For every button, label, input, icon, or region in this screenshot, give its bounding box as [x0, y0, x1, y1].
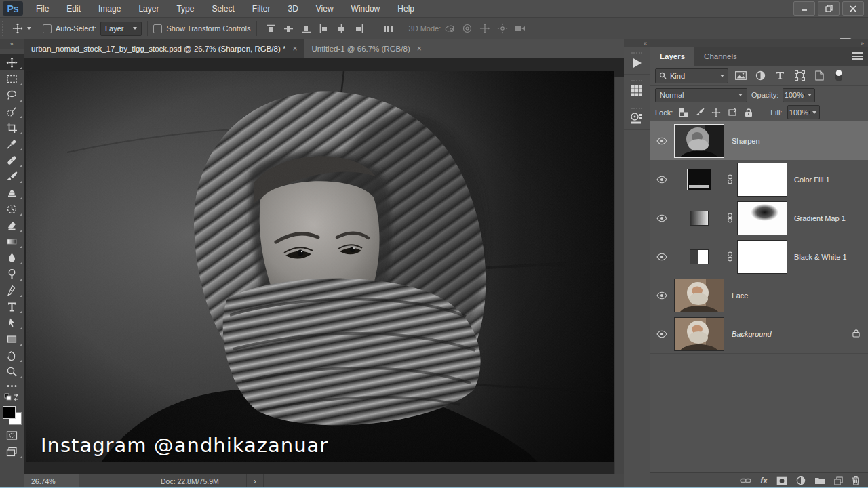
align-top-edges-button[interactable] [262, 20, 280, 37]
gradient-tool[interactable] [0, 233, 24, 249]
zoom-tool[interactable] [0, 363, 24, 380]
rectangular-marquee-tool[interactable] [0, 70, 24, 87]
show-transform-controls-checkbox[interactable] [153, 24, 162, 33]
actions-panel-button[interactable] [624, 47, 650, 75]
zoom-level-field[interactable]: 26.74% [24, 474, 79, 488]
layer-thumbnail[interactable] [690, 211, 709, 226]
layer-thumbnail[interactable] [690, 249, 709, 264]
visibility-toggle[interactable] [650, 199, 673, 237]
filter-pixel-layers-button[interactable] [733, 69, 748, 83]
layer-mask-thumbnail[interactable] [737, 201, 787, 235]
layer-mask-thumbnail[interactable] [737, 163, 787, 197]
layer-style-button[interactable]: fx [760, 476, 768, 485]
layer-row-black-white[interactable]: Black & White 1 [650, 237, 868, 277]
foreground-background-swatch[interactable] [2, 405, 22, 426]
vertical-scrollbar[interactable] [614, 77, 624, 488]
minimize-button[interactable] [793, 1, 815, 16]
layer-thumbnail[interactable] [674, 279, 724, 312]
filter-adjustment-layers-button[interactable] [753, 69, 768, 83]
swap-colors-icon[interactable] [0, 392, 24, 403]
history-brush-tool[interactable] [0, 201, 24, 217]
foreground-color-swatch[interactable] [3, 406, 16, 419]
menu-layer[interactable]: Layer [130, 0, 167, 17]
tab-layers[interactable]: Layers [650, 47, 694, 66]
quick-selection-tool[interactable] [0, 103, 24, 119]
hand-tool[interactable] [0, 347, 24, 363]
menu-file[interactable]: File [27, 0, 58, 17]
layer-thumbnail[interactable] [674, 124, 724, 158]
visibility-toggle[interactable] [650, 160, 673, 199]
pen-tool[interactable] [0, 282, 24, 298]
distribute-horizontal-centers-button[interactable] [380, 20, 397, 37]
swatches-panel-button[interactable] [624, 75, 650, 102]
filter-smart-objects-button[interactable] [812, 69, 827, 83]
visibility-toggle[interactable] [650, 276, 673, 314]
lock-pixels-button[interactable] [694, 107, 705, 118]
menu-select[interactable]: Select [203, 0, 243, 17]
align-vertical-centers-button[interactable] [280, 20, 298, 37]
restore-button[interactable] [818, 1, 840, 16]
auto-select-checkbox[interactable] [43, 24, 52, 33]
blur-tool[interactable] [0, 249, 24, 266]
spot-healing-brush-tool[interactable] [0, 152, 24, 168]
brush-tool[interactable] [0, 168, 24, 184]
layer-row-sharpen[interactable]: Sharpen [650, 121, 868, 161]
quick-mask-button[interactable] [0, 427, 24, 443]
status-options-chevron[interactable]: › [246, 474, 264, 488]
lock-transparency-button[interactable] [678, 107, 689, 118]
align-horizontal-centers-button[interactable] [333, 20, 351, 37]
menu-view[interactable]: View [307, 0, 342, 17]
menu-help[interactable]: Help [389, 0, 423, 17]
type-tool[interactable] [0, 298, 24, 314]
eyedropper-tool[interactable] [0, 136, 24, 152]
close-icon[interactable]: × [417, 45, 422, 53]
fill-field[interactable]: 100% [787, 105, 820, 119]
dodge-tool[interactable] [0, 266, 24, 282]
lock-position-button[interactable] [711, 107, 722, 118]
align-bottom-edges-button[interactable] [298, 20, 315, 37]
blend-mode-dropdown[interactable]: Normal [655, 88, 747, 102]
tool-preset-picker[interactable] [12, 23, 31, 34]
layer-row-color-fill[interactable]: Color Fill 1 [650, 160, 868, 199]
delete-layer-button[interactable] [852, 476, 860, 485]
document-tab-2[interactable]: Untitled-1 @ 66.7% (RGB/8) × [304, 39, 429, 58]
lock-artboard-button[interactable] [727, 107, 738, 118]
screen-mode-button[interactable] [0, 443, 24, 460]
visibility-toggle[interactable] [650, 314, 673, 353]
clone-stamp-tool[interactable] [0, 184, 24, 201]
link-layers-button[interactable] [740, 477, 751, 484]
edit-toolbar-button[interactable] [0, 380, 24, 392]
menu-3d[interactable]: 3D [279, 0, 307, 17]
layer-thumbnail[interactable] [687, 169, 711, 190]
layer-row-face[interactable]: Face [650, 276, 868, 315]
3d-drag-button[interactable] [476, 20, 494, 37]
opacity-field[interactable]: 100% [783, 88, 815, 102]
path-selection-tool[interactable] [0, 314, 24, 331]
3d-rotate-button[interactable] [441, 20, 458, 37]
align-right-edges-button[interactable] [351, 20, 368, 37]
tab-channels[interactable]: Channels [694, 47, 747, 66]
timeline-panel-button[interactable] [624, 102, 650, 130]
crop-tool[interactable] [0, 119, 24, 136]
menu-image[interactable]: Image [90, 0, 130, 17]
menu-type[interactable]: Type [167, 0, 203, 17]
filter-shape-layers-button[interactable] [792, 69, 807, 83]
layer-filtering-toggle[interactable] [831, 69, 846, 83]
layer-row-background[interactable]: Background [650, 314, 868, 354]
layer-row-gradient-map[interactable]: Gradient Map 1 [650, 199, 868, 238]
add-layer-mask-button[interactable] [776, 476, 787, 485]
filter-type-layers-button[interactable] [772, 69, 787, 83]
visibility-toggle[interactable] [650, 121, 673, 160]
menu-edit[interactable]: Edit [58, 0, 90, 17]
collapse-panels-button[interactable]: » [650, 39, 868, 47]
document-tab-1[interactable]: urban_nomad_stock_17_by_tigg_stock.psd @… [24, 39, 304, 58]
close-icon[interactable]: × [292, 45, 297, 53]
new-group-button[interactable] [814, 476, 825, 485]
eraser-tool[interactable] [0, 217, 24, 233]
menu-window[interactable]: Window [342, 0, 389, 17]
expand-panels-button[interactable]: « [624, 39, 650, 47]
rectangle-tool[interactable] [0, 331, 24, 347]
auto-select-target-dropdown[interactable]: Layer [100, 22, 142, 36]
visibility-toggle[interactable] [650, 237, 673, 276]
new-adjustment-layer-button[interactable] [796, 476, 806, 485]
